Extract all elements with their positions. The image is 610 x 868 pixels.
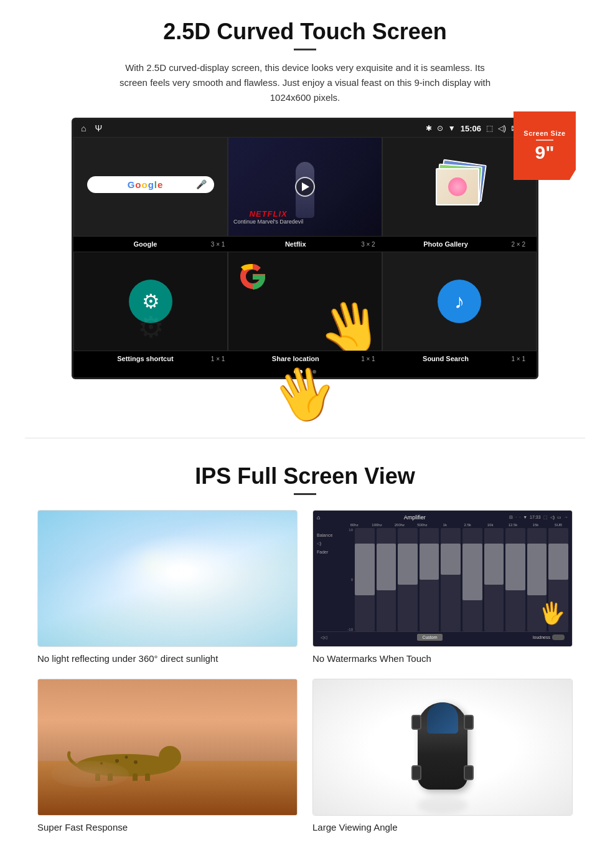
section-curved-touch: 2.5D Curved Touch Screen With 2.5D curve… <box>0 0 610 425</box>
amp-loudness: loudness <box>533 634 565 640</box>
app-grid-top: Google 🎤 <box>73 137 537 237</box>
app-cell-settings[interactable]: ⚙ ⚙ <box>73 252 228 351</box>
feature-cheetah: Super Fast Response <box>37 679 298 833</box>
cheetah-image <box>38 679 297 815</box>
screen-badge-label: Screen Size <box>523 130 565 137</box>
app-cell-share[interactable]: 🖐 <box>228 252 382 351</box>
amp-controls: ⊟·· ▼ 17:33 ⬚◁)▭→ <box>509 515 568 520</box>
feature-label-sunlight: No light reflecting under 360° direct su… <box>37 653 298 664</box>
flower-icon <box>448 177 467 196</box>
play-button[interactable] <box>295 177 315 197</box>
gallery-stack <box>434 162 484 212</box>
signal-icon: ▼ <box>448 124 456 133</box>
netflix-label: NETFLIX Continue Marvel's Daredevil <box>233 209 303 225</box>
app-cell-google[interactable]: Google 🎤 <box>73 137 228 237</box>
car-wheel-rear-right <box>464 765 474 780</box>
feature-grid: No light reflecting under 360° direct su… <box>37 510 573 833</box>
svg-rect-5 <box>145 773 150 781</box>
amp-freq-labels: 60hz 100hz 200hz 500hz 1k 2.5k 10k 12.5k… <box>317 523 568 528</box>
settings-shadow-icon: ⚙ <box>138 309 164 344</box>
netflix-logo-text: NETFLIX <box>233 209 303 219</box>
google-g-logo <box>238 262 268 291</box>
screen-badge-divider <box>536 139 553 141</box>
android-screen: ⌂ Ψ ✱ ⊙ ▼ 15:06 ⬚ ◁) ⊠ ▭ <box>72 118 538 379</box>
app-labels-row-top: Google 3 × 1 Netflix 3 × 2 Photo Gallery… <box>73 237 537 252</box>
amp-header: ⌂ Amplifier ⊟·· ▼ 17:33 ⬚◁)▭→ <box>317 514 568 521</box>
section1-description: With 2.5D curved-display screen, this de… <box>112 60 498 105</box>
amp-left-labels: Balance ◁) Fader <box>317 528 342 631</box>
status-bar: ⌂ Ψ ✱ ⊙ ▼ 15:06 ⬚ ◁) ⊠ ▭ <box>73 120 537 137</box>
section2-title: IPS Full Screen View <box>37 463 573 489</box>
feature-label-car: Large Viewing Angle <box>312 822 573 833</box>
app-size-settings: 1 × 1 <box>211 356 230 362</box>
car-wheel-front-right <box>464 715 474 730</box>
feature-sunlight: No light reflecting under 360° direct su… <box>37 510 298 664</box>
feature-img-cheetah <box>37 679 298 816</box>
app-size-sound: 1 × 1 <box>511 356 530 362</box>
amp-time: 17:33 <box>530 515 541 520</box>
car-body <box>418 702 467 790</box>
google-logo: Google <box>95 179 195 190</box>
app-grid-bottom: ⚙ ⚙ 🖐 <box>73 252 537 351</box>
music-icon-bg: ♪ <box>438 280 481 323</box>
feature-amplifier: ⌂ Amplifier ⊟·· ▼ 17:33 ⬚◁)▭→ 60hz 100hz <box>312 510 573 664</box>
hand-gesture-icon: 🖐 <box>267 360 342 428</box>
app-label-google: Google <box>80 240 211 248</box>
feature-label-cheetah: Super Fast Response <box>37 822 298 833</box>
volume-icon: ◁) <box>498 124 506 133</box>
play-triangle-icon <box>302 182 309 191</box>
location-icon: ⊙ <box>437 124 443 133</box>
netflix-subtitle: Continue Marvel's Daredevil <box>233 219 303 225</box>
svg-point-6 <box>115 759 119 763</box>
amp-home-icon: ⌂ <box>317 514 320 521</box>
loudness-toggle[interactable] <box>552 634 565 640</box>
usb-icon: Ψ <box>95 123 102 133</box>
sky-image <box>38 511 297 646</box>
app-cell-sound[interactable]: ♪ <box>382 252 537 351</box>
device-wrapper: Screen Size 9" ⌂ Ψ ✱ ⊙ ▼ 15:06 ⬚ ◁) ⊠ <box>72 118 538 379</box>
amp-body: Balance ◁) Fader 10 0 -10 <box>317 528 568 631</box>
svg-point-8 <box>134 760 138 764</box>
svg-point-7 <box>124 755 128 758</box>
car-top-view-container <box>405 693 480 802</box>
app-label-gallery: Photo Gallery <box>380 240 512 248</box>
app-label-sound: Sound Search <box>380 355 512 362</box>
feature-img-amplifier: ⌂ Amplifier ⊟·· ▼ 17:33 ⬚◁)▭→ 60hz 100hz <box>312 510 573 647</box>
feature-car: Large Viewing Angle <box>312 679 573 833</box>
app-label-share: Share location <box>230 355 361 362</box>
amp-title: Amplifier <box>404 514 426 521</box>
gallery-card-3 <box>436 168 479 205</box>
bluetooth-icon: ✱ <box>426 124 432 133</box>
amplifier-screen: ⌂ Amplifier ⊟·· ▼ 17:33 ⬚◁)▭→ 60hz 100hz <box>313 511 572 646</box>
hand-on-slider-icon: 🖐 <box>538 599 566 626</box>
screen-badge-size: 9" <box>535 143 555 162</box>
status-left: ⌂ Ψ <box>81 123 102 133</box>
camera-icon: ⬚ <box>486 124 493 133</box>
amp-slider-area: 10 0 -10 <box>344 528 568 631</box>
app-size-google: 3 × 1 <box>211 241 230 248</box>
car-top-view <box>405 702 480 802</box>
status-time: 15:06 <box>461 124 481 133</box>
app-size-gallery: 2 × 2 <box>511 241 530 248</box>
app-cell-gallery[interactable] <box>382 137 537 237</box>
section-divider-line <box>25 438 585 438</box>
app-label-netflix: Netflix <box>230 240 361 248</box>
section1-title: 2.5D Curved Touch Screen <box>37 19 573 45</box>
car-reflection <box>418 796 467 814</box>
home-icon: ⌂ <box>81 123 86 133</box>
amp-footer: ◁◁ Custom loudness <box>317 631 568 643</box>
mic-icon: 🎤 <box>196 179 207 189</box>
amp-custom-btn[interactable]: Custom <box>417 634 442 641</box>
app-cell-netflix[interactable]: NETFLIX Continue Marvel's Daredevil <box>228 137 382 237</box>
section-ips: IPS Full Screen View No light reflecting… <box>0 451 610 851</box>
svg-point-1 <box>159 746 181 768</box>
app-label-settings: Settings shortcut <box>80 355 211 362</box>
amp-scale: 10 0 -10 <box>344 528 568 631</box>
feature-label-amplifier: No Watermarks When Touch <box>312 653 573 664</box>
car-image <box>313 679 572 815</box>
car-wheel-rear-left <box>411 765 421 780</box>
app-size-netflix: 3 × 2 <box>361 241 380 248</box>
google-search-bar[interactable]: Google 🎤 <box>87 176 214 193</box>
car-window <box>427 702 458 734</box>
section2-divider <box>294 493 316 495</box>
